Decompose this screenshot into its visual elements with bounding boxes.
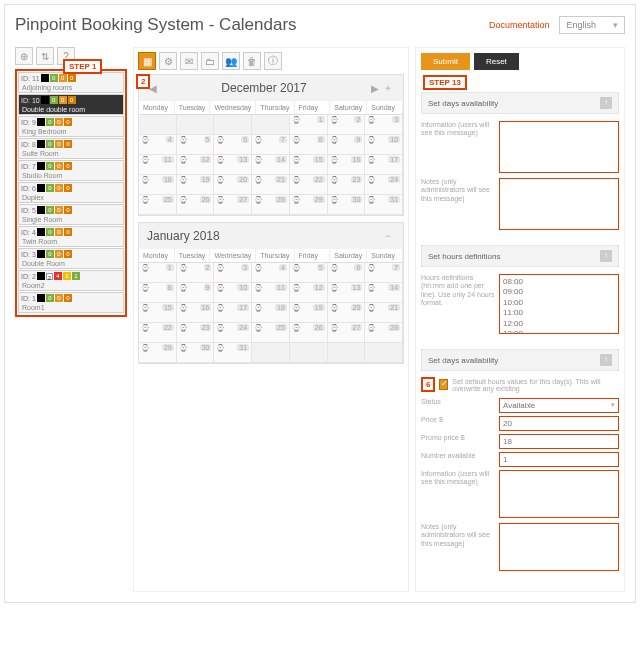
panel-header[interactable]: Set hours definitions ↑	[421, 245, 619, 267]
day-cell[interactable]: ⌚6	[214, 135, 252, 155]
day-cell[interactable]: ⌚11	[139, 155, 177, 175]
room-item[interactable]: ID: 1 000 Room1	[18, 292, 124, 313]
day-cell[interactable]: ⌚13	[214, 155, 252, 175]
day-cell[interactable]: ⌚10	[365, 135, 403, 155]
day-cell[interactable]: ⌚22	[139, 323, 177, 343]
day-cell[interactable]: ⌚18	[139, 175, 177, 195]
day-cell[interactable]: ⌚28	[252, 195, 290, 215]
toolbar-icon[interactable]: ⚙	[159, 52, 177, 70]
collapse-icon[interactable]: ↑	[600, 250, 612, 262]
toolbar-icon[interactable]: 🗀	[201, 52, 219, 70]
number-input[interactable]	[499, 452, 619, 467]
panel-header[interactable]: Set days availability ↑	[421, 349, 619, 371]
default-hours-checkbox[interactable]	[439, 379, 448, 390]
language-select[interactable]: English	[559, 16, 625, 34]
day-cell[interactable]: ⌚2	[328, 115, 366, 135]
add-icon[interactable]: ⊕	[15, 47, 33, 65]
day-cell[interactable]: ⌚31	[214, 343, 252, 363]
toolbar-icon[interactable]: 👥	[222, 52, 240, 70]
day-cell[interactable]: ⌚21	[365, 303, 403, 323]
day-cell[interactable]: ⌚13	[328, 283, 366, 303]
day-cell[interactable]: ⌚5	[177, 135, 215, 155]
day-cell[interactable]: ⌚15	[139, 303, 177, 323]
day-cell[interactable]: ⌚15	[290, 155, 328, 175]
day-cell[interactable]	[252, 343, 290, 363]
day-cell[interactable]: ⌚21	[252, 175, 290, 195]
day-cell[interactable]: ⌚24	[365, 175, 403, 195]
day-cell[interactable]	[365, 343, 403, 363]
day-cell[interactable]: ⌚1	[139, 263, 177, 283]
day-cell[interactable]	[328, 343, 366, 363]
day-cell[interactable]: ⌚20	[328, 303, 366, 323]
day-cell[interactable]: ⌚29	[290, 195, 328, 215]
info-textarea[interactable]	[499, 121, 619, 173]
notes-textarea[interactable]	[499, 178, 619, 230]
day-cell[interactable]: ⌚10	[214, 283, 252, 303]
day-cell[interactable]: ⌚20	[214, 175, 252, 195]
day-cell[interactable]: ⌚3	[214, 263, 252, 283]
collapse-icon[interactable]: ↑	[600, 354, 612, 366]
price-input[interactable]	[499, 416, 619, 431]
toolbar-icon[interactable]: ✉	[180, 52, 198, 70]
day-cell[interactable]: ⌚19	[177, 175, 215, 195]
day-cell[interactable]: ⌚3	[365, 115, 403, 135]
remove-month-icon[interactable]: －	[381, 229, 395, 243]
day-cell[interactable]: ⌚7	[365, 263, 403, 283]
room-item[interactable]: ID: 8 000 Suite Room	[18, 138, 124, 159]
day-cell[interactable]: ⌚27	[214, 195, 252, 215]
day-cell[interactable]: ⌚26	[290, 323, 328, 343]
day-cell[interactable]: ⌚28	[365, 323, 403, 343]
room-item[interactable]: ID: 9 000 King Bedroom	[18, 116, 124, 137]
reset-button[interactable]: Reset	[474, 53, 519, 70]
toolbar-icon[interactable]: ▦	[138, 52, 156, 70]
add-month-icon[interactable]: ＋	[381, 81, 395, 95]
day-cell[interactable]: ⌚9	[177, 283, 215, 303]
room-item[interactable]: ID: 7 000 Studio Room	[18, 160, 124, 181]
day-cell[interactable]: ⌚23	[328, 175, 366, 195]
info-textarea-2[interactable]	[499, 470, 619, 518]
collapse-icon[interactable]: ↑	[600, 97, 612, 109]
documentation-link[interactable]: Documentation	[489, 20, 550, 30]
day-cell[interactable]: ⌚14	[365, 283, 403, 303]
room-item[interactable]: ID: 10 000 Double double room	[18, 94, 124, 115]
room-item[interactable]: ID: 6 000 Duplex	[18, 182, 124, 203]
hours-textarea[interactable]: 08:00 09:00 10:00 11:00 12:00 13:00	[499, 274, 619, 334]
day-cell[interactable]: ⌚12	[290, 283, 328, 303]
promo-input[interactable]	[499, 434, 619, 449]
day-cell[interactable]: ⌚16	[328, 155, 366, 175]
day-cell[interactable]: ⌚25	[139, 195, 177, 215]
day-cell[interactable]: ⌚4	[252, 263, 290, 283]
day-cell[interactable]: ⌚9	[328, 135, 366, 155]
day-cell[interactable]: ⌚6	[328, 263, 366, 283]
day-cell[interactable]: ⌚5	[290, 263, 328, 283]
day-cell[interactable]: ⌚30	[328, 195, 366, 215]
day-cell[interactable]: ⌚26	[177, 195, 215, 215]
day-cell[interactable]: ⌚29	[139, 343, 177, 363]
submit-button[interactable]: Submit	[421, 53, 470, 70]
day-cell[interactable]: ⌚4	[139, 135, 177, 155]
room-item[interactable]: ID: 2 2411 Room2	[18, 270, 124, 291]
day-cell[interactable]: ⌚19	[290, 303, 328, 323]
toolbar-icon[interactable]: 🗑	[243, 52, 261, 70]
next-month-icon[interactable]: ▶	[369, 83, 381, 94]
panel-header[interactable]: Set days availability ↑	[421, 92, 619, 114]
day-cell[interactable]: ⌚22	[290, 175, 328, 195]
day-cell[interactable]: ⌚8	[290, 135, 328, 155]
day-cell[interactable]: ⌚11	[252, 283, 290, 303]
month-grid[interactable]: ⌚1⌚2⌚3⌚4⌚5⌚6⌚7⌚8⌚9⌚10⌚11⌚12⌚13⌚14⌚15⌚16⌚…	[139, 262, 403, 363]
sort-icon[interactable]: ⇅	[36, 47, 54, 65]
day-cell[interactable]	[177, 115, 215, 135]
day-cell[interactable]	[139, 115, 177, 135]
day-cell[interactable]: ⌚17	[214, 303, 252, 323]
day-cell[interactable]	[252, 115, 290, 135]
day-cell[interactable]: ⌚17	[365, 155, 403, 175]
day-cell[interactable]: ⌚18	[252, 303, 290, 323]
day-cell[interactable]: ⌚14	[252, 155, 290, 175]
day-cell[interactable]: ⌚2	[177, 263, 215, 283]
day-cell[interactable]: ⌚12	[177, 155, 215, 175]
day-cell[interactable]: ⌚24	[214, 323, 252, 343]
room-item[interactable]: ID: 11 000 Adjoining rooms	[18, 72, 124, 93]
room-item[interactable]: ID: 4 000 Twin Room	[18, 226, 124, 247]
day-cell[interactable]	[290, 343, 328, 363]
day-cell[interactable]: ⌚25	[252, 323, 290, 343]
